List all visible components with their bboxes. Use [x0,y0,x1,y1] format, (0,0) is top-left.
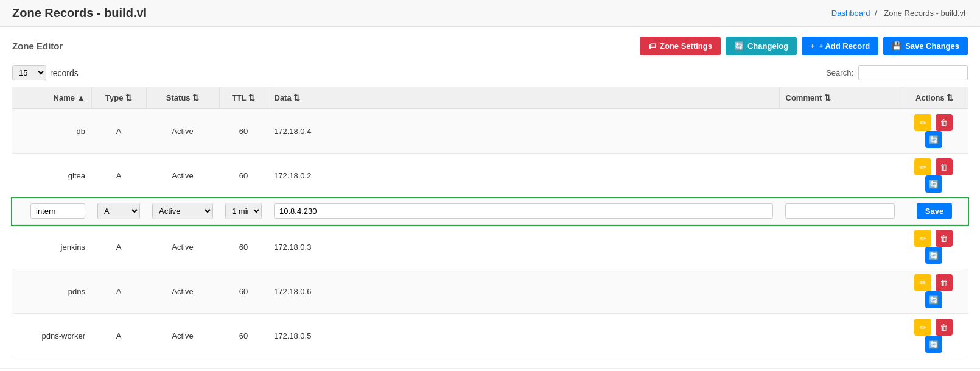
inline-save-button[interactable]: Save [917,203,952,219]
edit-button[interactable]: ✏ [914,158,931,175]
delete-button[interactable]: 🗑 [936,319,953,336]
toolbar-buttons: 🏷 Zone Settings 🔄 Changelog + + Add Reco… [640,37,968,55]
top-bar: Zone Records - build.vl Dashboard / Zone… [0,0,980,27]
search-input[interactable] [858,65,968,80]
cell-ttl: 60 [219,225,268,269]
edit-ttl-select[interactable]: 1 minute 5 minutes 30 minutes 1 hour 6 h… [225,203,262,219]
sort-status-icon: ⇅ [192,93,199,102]
delete-button[interactable]: 🗑 [936,274,953,291]
edit-name-input[interactable] [30,203,85,219]
changelog-icon: 🔄 [734,41,744,51]
cell-name: jenkins [12,225,91,269]
col-data[interactable]: Data ⇅ [268,87,779,109]
edit-status-select[interactable]: Active Inactive [152,203,213,219]
cell-data: 172.18.0.2 [268,154,779,198]
table-body: db A Active 60 172.18.0.4 ✏ 🗑 🔄 gitea A [12,109,968,358]
search-label: Search: [826,68,853,77]
table-row: pdns-worker A Active 60 172.18.0.5 ✏ 🗑 🔄 [12,314,968,358]
col-ttl[interactable]: TTL ⇅ [219,87,268,109]
breadcrumb-separator: / [875,9,877,18]
history-button[interactable]: 🔄 [925,247,942,264]
col-type[interactable]: Type ⇅ [91,87,146,109]
history-button[interactable]: 🔄 [925,131,942,148]
cell-status: Active [146,225,219,269]
cell-status: Active [146,269,219,314]
cell-actions: ✏ 🗑 🔄 [901,269,968,314]
col-actions[interactable]: Actions ⇅ [901,87,968,109]
edit-button[interactable]: ✏ [914,319,931,336]
cell-comment [779,269,901,314]
edit-button[interactable]: ✏ [914,230,931,247]
table-header: Name ▲ Type ⇅ Status ⇅ TTL ⇅ Data ⇅ Comm… [12,87,968,109]
col-status[interactable]: Status ⇅ [146,87,219,109]
cell-status: Active [146,109,219,154]
cell-type: A [91,109,146,154]
zone-settings-button[interactable]: 🏷 Zone Settings [640,37,721,55]
cell-data: 172.18.0.3 [268,225,779,269]
cell-ttl: 60 [219,109,268,154]
cell-comment [779,314,901,358]
breadcrumb-current: Zone Records - build.vl [884,9,965,18]
changelog-label: Changelog [747,41,788,51]
add-icon: + [810,41,815,51]
history-button[interactable]: 🔄 [925,175,942,193]
table-row: db A Active 60 172.18.0.4 ✏ 🗑 🔄 [12,109,968,154]
cell-type: A [91,154,146,198]
cell-data: 172.18.0.5 [268,314,779,358]
page-title: Zone Records - build.vl [12,6,147,20]
cell-comment [779,154,901,198]
edit-row: A AAAA CNAME MX TXT NS Active Inactive [12,198,968,225]
records-per-page-select[interactable]: 15 25 50 100 [12,65,46,80]
search-area: Search: [826,65,968,80]
save-changes-button[interactable]: 💾 Save Changes [883,37,968,55]
cell-type: A [91,225,146,269]
records-label: records [50,68,79,78]
breadcrumb: Dashboard / Zone Records - build.vl [831,9,968,18]
cell-type: A [91,314,146,358]
col-comment[interactable]: Comment ⇅ [779,87,901,109]
delete-button[interactable]: 🗑 [936,158,953,175]
content-area: Zone Editor 🏷 Zone Settings 🔄 Changelog … [0,27,980,368]
edit-cell-data [268,198,779,225]
sort-actions-icon: ⇅ [947,93,953,102]
add-record-button[interactable]: + + Add Record [802,37,878,55]
cell-comment [779,109,901,154]
sort-name-icon: ▲ [77,93,85,102]
cell-name: gitea [12,154,91,198]
sort-type-icon: ⇅ [125,93,132,102]
cell-status: Active [146,314,219,358]
cell-type: A [91,269,146,314]
edit-button[interactable]: ✏ [914,114,931,131]
table-row: gitea A Active 60 172.18.0.2 ✏ 🗑 🔄 [12,154,968,198]
cell-ttl: 60 [219,314,268,358]
table-controls: 15 25 50 100 records Search: [12,65,968,80]
delete-button[interactable]: 🗑 [936,230,953,247]
edit-button[interactable]: ✏ [914,274,931,291]
save-changes-label: Save Changes [905,41,959,51]
edit-cell-type: A AAAA CNAME MX TXT NS [91,198,146,225]
cell-actions: ✏ 🗑 🔄 [901,109,968,154]
save-icon: 💾 [892,41,901,51]
cell-actions: ✏ 🗑 🔄 [901,225,968,269]
edit-cell-name [12,198,91,225]
zone-editor-title: Zone Editor [12,41,63,51]
changelog-button[interactable]: 🔄 Changelog [726,37,797,55]
cell-data: 172.18.0.4 [268,109,779,154]
breadcrumb-dashboard[interactable]: Dashboard [831,9,870,18]
edit-cell-status: Active Inactive [146,198,219,225]
history-button[interactable]: 🔄 [925,336,942,353]
cell-actions: ✏ 🗑 🔄 [901,154,968,198]
edit-comment-input[interactable] [785,203,895,219]
cell-name: db [12,109,91,154]
cell-actions: ✏ 🗑 🔄 [901,314,968,358]
edit-type-select[interactable]: A AAAA CNAME MX TXT NS [97,203,140,219]
cell-status: Active [146,154,219,198]
edit-cell-ttl: 1 minute 5 minutes 30 minutes 1 hour 6 h… [219,198,268,225]
page-wrapper: Zone Records - build.vl Dashboard / Zone… [0,0,980,371]
zone-settings-label: Zone Settings [660,41,712,51]
col-name[interactable]: Name ▲ [12,87,91,109]
sort-ttl-icon: ⇅ [248,93,255,102]
delete-button[interactable]: 🗑 [936,114,953,131]
history-button[interactable]: 🔄 [925,291,942,308]
edit-data-input[interactable] [274,203,773,219]
